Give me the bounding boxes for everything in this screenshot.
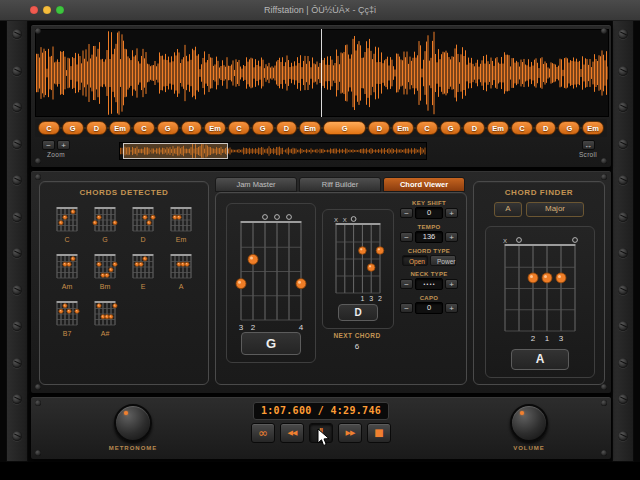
- detected-chord-label: Am: [53, 283, 81, 290]
- rewind-button[interactable]: ◀◀: [280, 423, 304, 443]
- rack-rail-right: [612, 20, 634, 462]
- detected-chord-em[interactable]: Em: [167, 205, 195, 243]
- finder-chord-name: A: [511, 349, 569, 370]
- current-chord-diagram: 324: [227, 208, 315, 336]
- detected-chord-bm[interactable]: Bm: [91, 252, 119, 290]
- window-zoom-button[interactable]: [56, 6, 64, 14]
- chord-finder-quality-select[interactable]: Major: [526, 202, 584, 217]
- chord-pill-d-20[interactable]: D: [535, 121, 557, 135]
- rack-screw: [618, 321, 628, 331]
- key-shift-control: KEY SHIFT − 0 +: [398, 200, 460, 219]
- rack-screw: [618, 29, 628, 39]
- chord-finder-panel: CHORD FINDER A Major X213 A: [473, 181, 605, 385]
- next-chord-label: NEXT CHORD: [322, 332, 392, 339]
- viewer-controls: KEY SHIFT − 0 + TEMPO − 136 +: [398, 200, 460, 319]
- chord-pill-g-5[interactable]: G: [157, 121, 179, 135]
- chord-pill-g-21[interactable]: G: [558, 121, 580, 135]
- svg-text:3: 3: [369, 295, 373, 302]
- detected-chord-label: B7: [53, 330, 81, 337]
- chord-pill-em-7[interactable]: Em: [204, 121, 226, 135]
- metronome-knob[interactable]: [114, 404, 152, 442]
- tempo-increase-button[interactable]: +: [445, 232, 458, 242]
- chord-pill-d-2[interactable]: D: [86, 121, 108, 135]
- window-minimize-button[interactable]: [43, 6, 51, 14]
- waveform-display[interactable]: [35, 29, 609, 117]
- neck-type-value: • • • •: [415, 278, 443, 290]
- chord-pill-g-9[interactable]: G: [252, 121, 274, 135]
- chord-pill-g-1[interactable]: G: [62, 121, 84, 135]
- chord-type-power-button[interactable]: Power: [430, 255, 456, 266]
- current-chord-box: 324 G: [226, 203, 316, 363]
- song-overview-minimap[interactable]: [119, 142, 427, 160]
- loop-button[interactable]: ∞: [251, 423, 275, 443]
- chord-pill-d-6[interactable]: D: [181, 121, 203, 135]
- rack-screw: [618, 285, 628, 295]
- volume-knob[interactable]: [510, 404, 548, 442]
- detected-chord-e[interactable]: E: [129, 252, 157, 290]
- waveform-unit: CGDEmCGDEmCGDEmGDEmCGDEmCDGEm − + Zoom ↔…: [30, 24, 612, 168]
- zoom-in-button[interactable]: +: [57, 140, 70, 150]
- neck-type-previous-button[interactable]: −: [400, 279, 413, 289]
- chord-pill-c-19[interactable]: C: [511, 121, 533, 135]
- zoom-control: − + Zoom: [36, 140, 76, 158]
- neck-type-next-button[interactable]: +: [445, 279, 458, 289]
- chord-pill-c-8[interactable]: C: [228, 121, 250, 135]
- detected-chord-d[interactable]: D: [129, 205, 157, 243]
- transport-buttons: ∞ ◀◀ ‖ ▶▶ ■: [251, 423, 391, 443]
- detected-chord-b7[interactable]: B7: [53, 299, 81, 337]
- chord-pill-d-13[interactable]: D: [368, 121, 390, 135]
- scroll-button[interactable]: ↔: [582, 140, 595, 150]
- fast-forward-button[interactable]: ▶▶: [338, 423, 362, 443]
- tab-chord-viewer[interactable]: Chord Viewer: [383, 177, 465, 192]
- key-shift-increase-button[interactable]: +: [445, 208, 458, 218]
- detected-chord-label: E: [129, 283, 157, 290]
- svg-text:X: X: [343, 217, 347, 223]
- capo-decrease-button[interactable]: −: [400, 303, 413, 313]
- view-tabs: Jam MasterRiff BuilderChord Viewer: [215, 177, 465, 192]
- detected-chord-a#[interactable]: A#: [91, 299, 119, 337]
- zoom-label: Zoom: [36, 151, 76, 158]
- chord-pill-d-10[interactable]: D: [276, 121, 298, 135]
- stop-button[interactable]: ■: [367, 423, 391, 443]
- chord-pill-em-3[interactable]: Em: [109, 121, 131, 135]
- capo-increase-button[interactable]: +: [445, 303, 458, 313]
- chords-detected-title: CHORDS DETECTED: [40, 188, 208, 197]
- rack-screw: [618, 248, 628, 258]
- chord-viewer-panel: 324 G XX132 D NEXT CHORD 6 KEY SHIFT − 0…: [215, 192, 467, 385]
- tab-jam-master[interactable]: Jam Master: [215, 177, 297, 192]
- chord-pill-em-14[interactable]: Em: [392, 121, 414, 135]
- panel-screw: [35, 28, 41, 34]
- detected-chord-am[interactable]: Am: [53, 252, 81, 290]
- chord-pill-d-17[interactable]: D: [463, 121, 485, 135]
- panel-screw: [35, 174, 41, 180]
- detected-chord-c[interactable]: C: [53, 205, 81, 243]
- transport-unit: 1:07.600 / 4:29.746 ∞ ◀◀ ‖ ▶▶ ■ METRONOM…: [30, 396, 612, 460]
- pause-button[interactable]: ‖: [309, 423, 333, 443]
- zoom-out-button[interactable]: −: [42, 140, 55, 150]
- rack-screw: [12, 358, 22, 368]
- chord-pill-c-4[interactable]: C: [133, 121, 155, 135]
- chord-pill-em-11[interactable]: Em: [299, 121, 321, 135]
- chord-finder-title: CHORD FINDER: [474, 188, 604, 197]
- capo-value: 0: [415, 302, 443, 314]
- chord-pill-c-0[interactable]: C: [38, 121, 60, 135]
- rack-screw: [12, 66, 22, 76]
- chord-type-open-button[interactable]: Open: [402, 255, 428, 266]
- tempo-decrease-button[interactable]: −: [400, 232, 413, 242]
- svg-text:2: 2: [531, 334, 536, 343]
- volume-control: VOLUME: [499, 404, 559, 451]
- chord-pill-em-22[interactable]: Em: [582, 121, 604, 135]
- chord-pill-g-16[interactable]: G: [440, 121, 462, 135]
- chord-finder-root-select[interactable]: A: [494, 202, 522, 217]
- chord-pill-g-12[interactable]: G: [323, 121, 366, 135]
- riffstation-app: CGDEmCGDEmCGDEmGDEmCGDEmCDGEm − + Zoom ↔…: [0, 20, 640, 462]
- chord-pill-c-15[interactable]: C: [416, 121, 438, 135]
- rack-screw: [618, 175, 628, 185]
- detected-chord-label: C: [53, 236, 81, 243]
- detected-chord-a[interactable]: A: [167, 252, 195, 290]
- key-shift-decrease-button[interactable]: −: [400, 208, 413, 218]
- window-close-button[interactable]: [30, 6, 38, 14]
- tab-riff-builder[interactable]: Riff Builder: [299, 177, 381, 192]
- detected-chord-g[interactable]: G: [91, 205, 119, 243]
- chord-pill-em-18[interactable]: Em: [487, 121, 509, 135]
